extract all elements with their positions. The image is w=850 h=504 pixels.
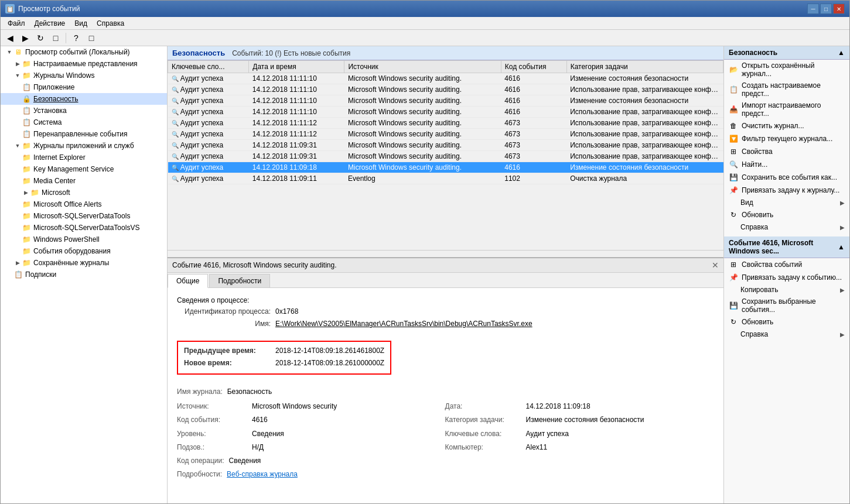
- maximize-button[interactable]: □: [820, 4, 832, 14]
- sidebar-item-app[interactable]: 📋 Приложение: [1, 81, 167, 93]
- sidebar-item-media-center[interactable]: 📁 Media Center: [1, 175, 167, 187]
- actions-view[interactable]: Вид ▶: [724, 197, 849, 208]
- actions-filter[interactable]: 🔽 Фильтр текущего журнала...: [724, 132, 849, 145]
- details-link[interactable]: Веб-справка журнала: [227, 469, 298, 480]
- app-service-toggle[interactable]: ▼: [13, 142, 22, 150]
- sidebar-item-win-powershell[interactable]: 📁 Windows PowerShell: [1, 234, 167, 245]
- clear-log-label: Очистить журнал...: [742, 122, 804, 130]
- stop-button[interactable]: □: [49, 32, 63, 44]
- sidebar-item-internet-explorer[interactable]: 📁 Internet Explorer: [1, 152, 167, 163]
- table-row[interactable]: 🔍 Аудит успеха 14.12.2018 11:11:10 Micro…: [168, 84, 723, 95]
- forwarded-log-icon: 📋: [22, 129, 31, 139]
- main-area: ▼ 🖥 Просмотр событий (Локальный) ▶ 📁 Нас…: [1, 46, 849, 503]
- help-label: Справка: [740, 223, 768, 231]
- root-toggle[interactable]: ▼: [5, 48, 13, 56]
- sidebar-item-custom-views[interactable]: ▶ 📁 Настраиваемые представления: [1, 58, 167, 70]
- content-area: Безопасность Событий: 10 (!) Есть новые …: [168, 46, 723, 503]
- table-row[interactable]: 🔍 Аудит успеха 14.12.2018 11:11:12 Micro…: [168, 118, 723, 129]
- events-table: Ключевые сло... Дата и время Источник Ко…: [168, 60, 723, 184]
- tab-details[interactable]: Подробности: [209, 274, 270, 287]
- actions-import-view[interactable]: 📥 Импорт настраиваемого предст...: [724, 100, 849, 119]
- row-category: Изменение состояния безопасности: [566, 95, 723, 107]
- actions-refresh2[interactable]: ↻ Обновить: [724, 316, 849, 328]
- new-time-label: Новое время:: [184, 358, 266, 369]
- horizontal-scrollbar[interactable]: [168, 250, 723, 257]
- table-row[interactable]: 🔍 Аудит успеха 14.12.2018 11:09:11 Event…: [168, 173, 723, 184]
- table-row[interactable]: 🔍 Аудит успеха 14.12.2018 11:11:10 Micro…: [168, 95, 723, 107]
- sidebar-root[interactable]: ▼ 🖥 Просмотр событий (Локальный): [1, 46, 167, 58]
- sidebar-item-ms-office-alerts[interactable]: 📁 Microsoft Office Alerts: [1, 198, 167, 210]
- table-row[interactable]: 🔍 Аудит успеха 14.12.2018 11:11:10 Micro…: [168, 73, 723, 84]
- help2-label: Справка: [740, 330, 768, 338]
- saved-logs-toggle[interactable]: ▶: [13, 259, 22, 267]
- sidebar-item-ms-sql-dtvs[interactable]: 📁 Microsoft-SQLServerDataToolsVS: [1, 222, 167, 234]
- actions-attach-event-task[interactable]: 📌 Привязать задачу к событию...: [724, 271, 849, 284]
- actions-refresh[interactable]: ↻ Обновить: [724, 208, 849, 221]
- ms-sql-dtvs-label: Microsoft-SQLServerDataToolsVS: [33, 224, 139, 232]
- help-button[interactable]: ?: [69, 32, 83, 44]
- actions-copy[interactable]: Копировать ▶: [724, 284, 849, 296]
- row-keyword: 🔍 Аудит успеха: [168, 107, 249, 118]
- menu-file[interactable]: Файл: [3, 18, 30, 29]
- row-audit-icon: 🔍: [172, 98, 179, 104]
- sidebar-item-security[interactable]: 🔒 Безопасность: [1, 93, 167, 105]
- hw-events-label: События оборудования: [33, 247, 111, 255]
- actions-attach-task[interactable]: 📌 Привязать задачу к журналу...: [724, 184, 849, 197]
- sidebar-item-subscriptions[interactable]: 📋 Подписки: [1, 269, 167, 280]
- ms-office-alerts-label: Microsoft Office Alerts: [33, 200, 101, 208]
- sidebar-item-microsoft[interactable]: ▶ 📁 Microsoft: [1, 187, 167, 198]
- properties-button[interactable]: □: [84, 32, 98, 44]
- refresh-button[interactable]: ↻: [33, 32, 47, 44]
- setup-label: Установка: [33, 107, 67, 115]
- actions-event-properties[interactable]: ⊞ Свойства событий: [724, 258, 849, 271]
- sidebar-item-app-service[interactable]: ▼ 📁 Журналы приложений и служб: [1, 140, 167, 152]
- ms-toggle[interactable]: ▶: [22, 188, 30, 197]
- actions-create-view[interactable]: 📋 Создать настраиваемое предст...: [724, 80, 849, 100]
- create-view-icon: 📋: [729, 85, 738, 94]
- sidebar-item-ms-sql-dt[interactable]: 📁 Microsoft-SQLServerDataTools: [1, 210, 167, 222]
- tab-general[interactable]: Общие: [168, 274, 208, 288]
- ms-sql-dt-icon: 📁: [22, 211, 31, 221]
- row-code: 1102: [501, 173, 566, 184]
- actions-help[interactable]: Справка ▶: [724, 221, 849, 233]
- menu-help[interactable]: Справка: [92, 18, 129, 29]
- sidebar-item-setup[interactable]: 📋 Установка: [1, 105, 167, 116]
- col-datetime: Дата и время: [249, 61, 344, 73]
- sidebar-item-windows-logs[interactable]: ▼ 📁 Журналы Windows: [1, 70, 167, 81]
- copy-label: Копировать: [740, 286, 779, 294]
- actions-find[interactable]: 🔍 Найти...: [724, 158, 849, 171]
- setup-log-icon: 📋: [22, 106, 31, 115]
- menu-view[interactable]: Вид: [70, 18, 92, 29]
- source-label: Источник:: [177, 401, 247, 412]
- security-log-icon: 🔒: [22, 94, 31, 104]
- table-row[interactable]: 🔍 Аудит успеха 14.12.2018 11:09:18 Micro…: [168, 162, 723, 173]
- actions-save-all[interactable]: 💾 Сохранить все события как...: [724, 171, 849, 184]
- sidebar-item-saved-logs[interactable]: ▶ 📁 Сохранённые журналы: [1, 257, 167, 269]
- table-row[interactable]: 🔍 Аудит успеха 14.12.2018 11:11:12 Micro…: [168, 129, 723, 140]
- actions-open-log[interactable]: 📂 Открыть сохранённый журнал...: [724, 60, 849, 80]
- minimize-button[interactable]: ─: [807, 4, 819, 14]
- actions-save-selected[interactable]: 💾 Сохранить выбранные события...: [724, 296, 849, 316]
- prev-time-row: Предыдущее время: 2018-12-14T08:09:18.26…: [184, 345, 384, 356]
- sidebar-item-hw-events[interactable]: 📁 События оборудования: [1, 245, 167, 257]
- detail-close-button[interactable]: ✕: [712, 260, 719, 270]
- actions-section1-collapse[interactable]: ▲: [838, 49, 845, 57]
- windows-logs-toggle[interactable]: ▼: [13, 71, 22, 80]
- custom-views-toggle[interactable]: ▶: [13, 60, 22, 68]
- sidebar-item-key-mgmt[interactable]: 📁 Key Management Service: [1, 163, 167, 175]
- actions-help2[interactable]: Справка ▶: [724, 328, 849, 340]
- table-row[interactable]: 🔍 Аудит успеха 14.12.2018 11:11:10 Micro…: [168, 107, 723, 118]
- back-button[interactable]: ◀: [3, 32, 17, 44]
- sidebar-item-forwarded[interactable]: 📋 Перенаправленные события: [1, 128, 167, 140]
- row-category: Изменение состояния безопасности: [566, 162, 723, 173]
- forward-button[interactable]: ▶: [18, 32, 32, 44]
- table-row[interactable]: 🔍 Аудит успеха 14.12.2018 11:09:31 Micro…: [168, 151, 723, 162]
- actions-clear-log[interactable]: 🗑 Очистить журнал...: [724, 119, 849, 132]
- actions-properties[interactable]: ⊞ Свойства: [724, 145, 849, 158]
- menu-action[interactable]: Действие: [30, 18, 70, 29]
- actions-section2-collapse[interactable]: ▲: [838, 243, 845, 251]
- sidebar-item-system[interactable]: 📋 Система: [1, 116, 167, 128]
- close-button[interactable]: ✕: [833, 4, 845, 14]
- security-label: Безопасность: [33, 95, 78, 103]
- table-row[interactable]: 🔍 Аудит успеха 14.12.2018 11:09:31 Micro…: [168, 140, 723, 151]
